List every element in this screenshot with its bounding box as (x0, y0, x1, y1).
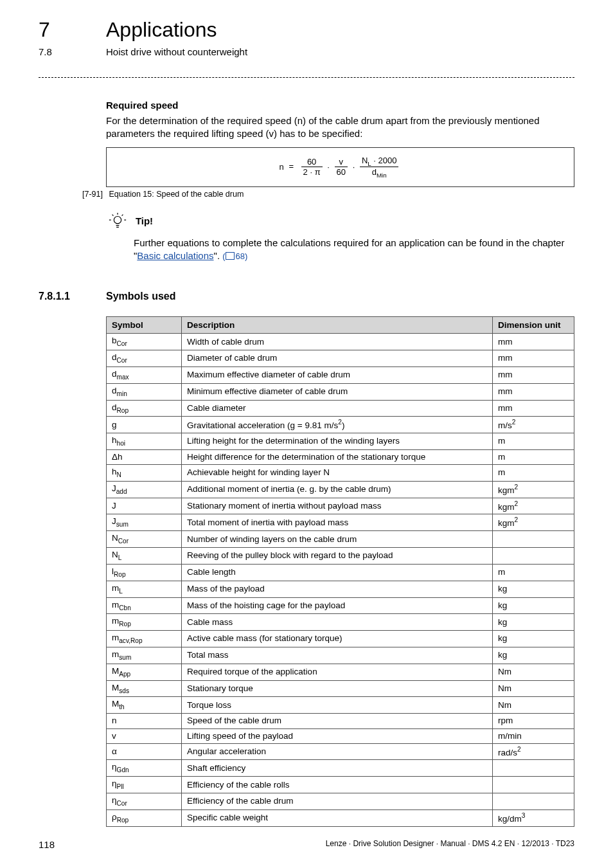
eq-frac3-den: dMin (360, 167, 399, 179)
eq-frac2-den: 60 (335, 167, 348, 177)
symbol-cell: bCor (107, 334, 182, 350)
eq-frac2: v 60 (335, 157, 348, 177)
symbol-cell: MApp (107, 664, 182, 680)
symbol-cell: NL (107, 548, 182, 565)
svg-point-0 (114, 216, 121, 223)
unit-cell: kg/dm3 (493, 809, 574, 826)
unit-cell: kg (493, 581, 574, 597)
symbol-cell: dRop (107, 400, 182, 417)
table-row: ηPllEfficiency of the cable rolls (107, 777, 574, 793)
eq-frac1: 60 2 · π (301, 157, 323, 177)
basic-calculations-link[interactable]: Basic calculations (137, 250, 213, 261)
unit-cell: mm (493, 334, 574, 350)
description-cell: Mass of the payload (182, 581, 493, 597)
description-cell: Lifting height for the determination of … (182, 433, 493, 450)
unit-cell: m (493, 465, 574, 482)
symbol-cell: ηGdn (107, 760, 182, 777)
unit-cell: kgm2 (493, 498, 574, 514)
eq-lhs: n (280, 161, 284, 171)
table-row: dCorDiameter of cable drummm (107, 350, 574, 367)
description-cell: Active cable mass (for stationary torque… (182, 631, 493, 647)
symbol-cell: lRop (107, 564, 182, 581)
symbol-cell: Mth (107, 697, 182, 714)
unit-cell (493, 760, 574, 777)
footer-text: Lenze · Drive Solution Designer · Manual… (326, 839, 574, 848)
table-row: ρRopSpecific cable weightkg/dm3 (107, 809, 574, 826)
symbol-cell: ρRop (107, 809, 182, 826)
symbol-cell: n (107, 714, 182, 728)
eq-frac2-num: v (335, 157, 348, 167)
eq-frac1-num: 60 (301, 157, 323, 167)
unit-cell (493, 777, 574, 793)
table-row: NLReeving of the pulley block with regar… (107, 548, 574, 565)
table-row: dminMinimum effective diameter of cable … (107, 383, 574, 400)
description-cell: Maximum effective diameter of cable drum (182, 366, 493, 383)
unit-cell (493, 793, 574, 810)
equation-caption: [7-91] Equation 15: Speed of the cable d… (39, 190, 574, 199)
description-cell: Gravitational acceleration (g = 9.81 m/s… (182, 417, 493, 433)
symbols-table: Symbol Description Dimension unit bCorWi… (106, 316, 574, 827)
caption-text: Equation 15: Speed of the cable drum (109, 190, 244, 199)
eq-equals: = (289, 161, 294, 171)
table-row: JStationary moment of inertia without pa… (107, 498, 574, 514)
symbol-cell: msum (107, 647, 182, 664)
symbol-cell: hN (107, 465, 182, 482)
description-cell: Cable diameter (182, 400, 493, 417)
unit-cell: kg (493, 614, 574, 631)
description-cell: Stationary moment of inertia without pay… (182, 498, 493, 514)
symbol-cell: mRop (107, 614, 182, 631)
subsection-title: Symbols used (106, 291, 175, 302)
description-cell: Achievable height for winding layer N (182, 465, 493, 482)
table-row: hhoiLifting height for the determination… (107, 433, 574, 450)
eq-dot2: · (353, 161, 355, 171)
unit-cell: m (493, 449, 574, 464)
description-cell: Required torque of the application (182, 664, 493, 680)
description-cell: Shaft efficiency (182, 760, 493, 777)
symbol-cell: mL (107, 581, 182, 597)
table-row: dmaxMaximum effective diameter of cable … (107, 366, 574, 383)
table-row: bCorWidth of cable drummm (107, 334, 574, 350)
unit-cell: mm (493, 383, 574, 400)
symbol-cell: dmax (107, 366, 182, 383)
description-cell: Diameter of cable drum (182, 350, 493, 367)
equation-box: n = 60 2 · π · v 60 · NL · 2000 dMin (106, 147, 574, 187)
chapter-title: Applications (106, 18, 217, 42)
symbol-cell: g (107, 417, 182, 433)
symbol-cell: v (107, 728, 182, 743)
table-row: nSpeed of the cable drumrpm (107, 714, 574, 728)
description-cell: Cable mass (182, 614, 493, 631)
description-cell: Lifting speed of the payload (182, 728, 493, 743)
unit-cell: kg (493, 631, 574, 647)
page-ref[interactable]: (68) (222, 251, 247, 261)
description-cell: Additional moment of inertia (e. g. by t… (182, 481, 493, 498)
th-unit: Dimension unit (493, 317, 574, 334)
tip-body-post: ". (214, 250, 223, 261)
unit-cell: kg (493, 647, 574, 664)
table-row: MthTorque lossNm (107, 697, 574, 714)
symbol-cell: Jsum (107, 514, 182, 531)
description-cell: Efficiency of the cable rolls (182, 777, 493, 793)
symbol-cell: dmin (107, 383, 182, 400)
table-row: ηGdnShaft efficiency (107, 760, 574, 777)
symbol-cell: Msds (107, 680, 182, 697)
unit-cell: kgm2 (493, 481, 574, 498)
eq-dot1: · (327, 161, 330, 171)
table-row: MsdsStationary torqueNm (107, 680, 574, 697)
description-cell: Stationary torque (182, 680, 493, 697)
section-title: Hoist drive without counterweight (106, 46, 247, 57)
symbol-cell: J (107, 498, 182, 514)
table-row: MAppRequired torque of the applicationNm (107, 664, 574, 680)
unit-cell: mm (493, 366, 574, 383)
description-cell: Specific cable weight (182, 809, 493, 826)
description-cell: Total moment of inertia with payload mas… (182, 514, 493, 531)
description-cell: Width of cable drum (182, 334, 493, 350)
unit-cell: kgm2 (493, 514, 574, 531)
unit-cell (493, 548, 574, 565)
chapter-number: 7 (39, 18, 50, 42)
table-row: NCorNumber of winding layers on the cabl… (107, 531, 574, 548)
symbol-cell: ηPll (107, 777, 182, 793)
unit-cell: m (493, 564, 574, 581)
tip-bulb-icon (106, 212, 129, 233)
table-row: macv,RopActive cable mass (for stationar… (107, 631, 574, 647)
unit-cell: Nm (493, 680, 574, 697)
